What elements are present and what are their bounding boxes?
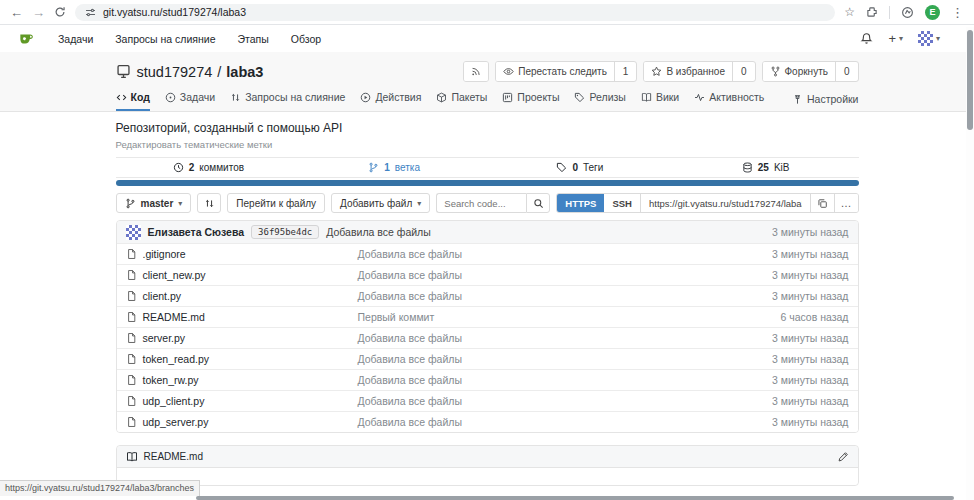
tab-pull-requests[interactable]: Запросы на слияние xyxy=(230,91,345,111)
gitea-logo[interactable] xyxy=(18,31,36,46)
tab-actions[interactable]: Действия xyxy=(360,91,421,111)
stat-branches[interactable]: 1ветка xyxy=(301,158,487,177)
book-icon xyxy=(126,451,138,463)
stat-size[interactable]: 25KiB xyxy=(673,158,859,177)
commit-author-name[interactable]: Елизавета Сюзева xyxy=(148,226,245,238)
tab-releases[interactable]: Релизы xyxy=(574,91,625,111)
file-link[interactable]: token_read.py xyxy=(126,353,358,365)
branch-selector-dropdown[interactable]: master ▾ xyxy=(116,193,192,213)
file-link[interactable]: server.py xyxy=(126,332,358,344)
notifications-bell-icon[interactable] xyxy=(860,32,873,45)
file-row: README.md Первый коммит 6 часов назад xyxy=(117,306,858,327)
edit-topics-link[interactable]: Редактировать тематические метки xyxy=(116,139,859,150)
star-button-group: В избранное 0 xyxy=(643,61,755,82)
repo-name-link[interactable]: laba3 xyxy=(226,64,263,80)
file-link[interactable]: .gitignore xyxy=(126,248,358,260)
file-link[interactable]: udp_client.py xyxy=(126,395,358,407)
tab-packages[interactable]: Пакеты xyxy=(436,91,487,111)
bookmark-star-icon[interactable]: ☆ xyxy=(844,6,855,18)
file-commit-message[interactable]: Добавила все файлы xyxy=(358,269,773,281)
database-icon xyxy=(742,162,753,173)
file-commit-message[interactable]: Добавила все файлы xyxy=(358,290,773,302)
stat-tags[interactable]: 0Теги xyxy=(487,158,673,177)
rss-button[interactable] xyxy=(463,61,489,82)
commit-author-avatar[interactable] xyxy=(126,225,141,240)
pulse-icon xyxy=(694,92,705,103)
nav-item-milestones[interactable]: Этапы xyxy=(238,33,269,45)
site-settings-icon[interactable] xyxy=(85,7,96,18)
create-new-dropdown[interactable]: + ▾ xyxy=(888,31,903,46)
code-search xyxy=(436,193,550,213)
nav-item-pulls[interactable]: Запросы на слияние xyxy=(115,33,215,45)
file-commit-message[interactable]: Добавила все файлы xyxy=(358,353,773,365)
browser-forward-icon[interactable]: → xyxy=(32,6,45,19)
tab-issues[interactable]: Задачи xyxy=(165,91,215,111)
vertical-scrollbar[interactable] xyxy=(966,27,974,500)
browser-menu-icon[interactable]: ⋮ xyxy=(951,6,964,19)
file-icon xyxy=(126,290,137,302)
forks-count[interactable]: 0 xyxy=(835,62,858,81)
file-table: Елизавета Сюзева 36f95be4dc Добавила все… xyxy=(116,220,859,433)
file-link[interactable]: token_rw.py xyxy=(126,374,358,386)
tab-projects[interactable]: Проекты xyxy=(502,91,559,111)
commit-message[interactable]: Добавила все файлы xyxy=(326,226,431,238)
repo-icon xyxy=(116,64,131,79)
nav-item-explore[interactable]: Обзор xyxy=(291,33,321,45)
browser-profile-avatar[interactable]: E xyxy=(925,5,940,20)
tab-settings[interactable]: Настройки xyxy=(792,93,859,111)
unwatch-button[interactable]: Перестать следить xyxy=(496,62,614,81)
clone-ssh-button[interactable]: SSH xyxy=(604,194,641,212)
file-link[interactable]: client_new.py xyxy=(126,269,358,281)
pull-request-icon xyxy=(230,92,241,103)
code-search-input[interactable] xyxy=(436,193,526,213)
repo-content: Репозиторий, созданный с помощью API Ред… xyxy=(116,121,859,486)
fork-button[interactable]: Форкнуть xyxy=(763,62,835,81)
clone-url-input[interactable] xyxy=(641,194,810,212)
readme-panel: README.md xyxy=(116,445,859,486)
add-file-dropdown[interactable]: Добавить файл ▾ xyxy=(331,193,430,213)
horizontal-scrollbar[interactable] xyxy=(0,496,966,500)
compare-button[interactable] xyxy=(197,193,221,213)
user-menu-dropdown[interactable]: ▾ xyxy=(918,31,940,46)
file-commit-time: 6 часов назад xyxy=(780,311,848,323)
clone-https-button[interactable]: HTTPS xyxy=(557,194,604,212)
browser-back-icon[interactable]: ← xyxy=(10,6,23,19)
extension-badge-icon[interactable] xyxy=(901,6,914,19)
watchers-count[interactable]: 1 xyxy=(614,62,637,81)
unwatch-label: Перестать следить xyxy=(518,66,607,77)
tab-wiki[interactable]: Вики xyxy=(641,91,679,111)
browser-reload-icon[interactable] xyxy=(54,6,66,18)
vertical-scrollbar-thumb[interactable] xyxy=(967,30,973,130)
file-commit-time: 3 минуты назад xyxy=(772,395,848,407)
horizontal-scrollbar-thumb[interactable] xyxy=(196,496,954,500)
clone-more-button[interactable]: … xyxy=(834,194,858,212)
file-commit-message[interactable]: Добавила все файлы xyxy=(358,248,773,260)
file-commit-message[interactable]: Добавила все файлы xyxy=(358,374,773,386)
tab-code[interactable]: Код xyxy=(116,91,150,111)
nav-item-issues[interactable]: Задачи xyxy=(58,33,93,45)
stars-count[interactable]: 0 xyxy=(732,62,755,81)
tab-activity[interactable]: Активность xyxy=(694,91,764,111)
file-commit-message[interactable]: Добавила все файлы xyxy=(358,395,773,407)
repo-owner-link[interactable]: stud179274 xyxy=(137,64,213,80)
stat-commits[interactable]: 2коммитов xyxy=(116,158,302,177)
edit-readme-button[interactable] xyxy=(837,451,849,463)
star-button[interactable]: В избранное xyxy=(644,62,732,81)
file-commit-time: 3 минуты назад xyxy=(772,290,848,302)
file-commit-message[interactable]: Добавила все файлы xyxy=(358,416,773,428)
file-commit-message[interactable]: Добавила все файлы xyxy=(358,332,773,344)
copy-url-button[interactable] xyxy=(810,194,834,212)
file-commit-time: 3 минуты назад xyxy=(772,353,848,365)
address-bar[interactable]: git.vyatsu.ru/stud179274/laba3 xyxy=(75,4,835,21)
file-link[interactable]: README.md xyxy=(126,311,358,323)
code-search-button[interactable] xyxy=(526,193,550,213)
language-bar[interactable] xyxy=(116,180,859,186)
file-commit-message[interactable]: Первый коммит xyxy=(358,311,781,323)
goto-file-button[interactable]: Перейти к файлу xyxy=(227,193,325,213)
file-row: token_rw.py Добавила все файлы 3 минуты … xyxy=(117,369,858,390)
commit-hash-badge[interactable]: 36f95be4dc xyxy=(251,225,319,239)
chevron-down-icon: ▾ xyxy=(178,199,182,208)
file-link[interactable]: udp_server.py xyxy=(126,416,358,428)
extensions-icon[interactable] xyxy=(866,6,878,18)
file-link[interactable]: client.py xyxy=(126,290,358,302)
